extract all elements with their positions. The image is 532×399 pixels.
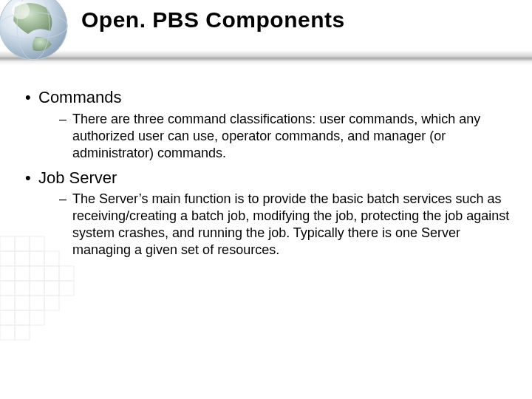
- svg-rect-17: [0, 281, 15, 296]
- svg-rect-26: [0, 310, 15, 325]
- bullet-2-label: Job Server: [38, 168, 117, 187]
- bullet-1-label: Commands: [38, 88, 121, 106]
- title-divider: [0, 50, 532, 65]
- globe-icon: [0, 0, 74, 66]
- bullet-2-sub-1: The Server’s main function is to provide…: [22, 191, 510, 259]
- bullet-2: Job Server: [22, 168, 510, 188]
- slide-title: Open. PBS Components: [81, 7, 517, 33]
- svg-rect-29: [0, 325, 15, 340]
- content-area: Commands There are three command classif…: [22, 81, 510, 384]
- svg-rect-5: [0, 236, 15, 251]
- svg-point-4: [12, 1, 30, 19]
- bullet-1-sub-1: There are three command classifications:…: [22, 111, 510, 162]
- slide: Open. PBS Components Commands There are …: [0, 0, 532, 399]
- svg-rect-12: [0, 266, 15, 281]
- bullet-1: Commands: [22, 87, 510, 108]
- title-area: Open. PBS Components: [81, 7, 517, 52]
- svg-rect-8: [0, 251, 15, 266]
- svg-rect-22: [0, 296, 15, 310]
